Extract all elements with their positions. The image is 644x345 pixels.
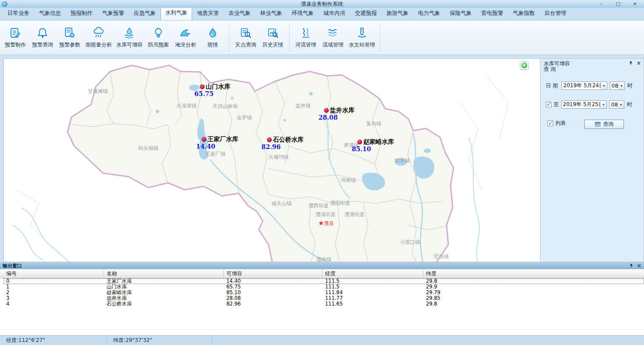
toolbar-separator: [229, 24, 229, 52]
map-zoom-button[interactable]: +: [520, 61, 529, 70]
column-header: 编号: [4, 269, 104, 278]
close-button[interactable]: ×: [632, 0, 638, 7]
table-cell: 29.85: [423, 295, 644, 301]
table-cell: 盐井水库: [104, 295, 224, 301]
reservoir-marker-icon[interactable]: [324, 108, 329, 113]
panel-close-icon[interactable]: ×: [637, 263, 641, 268]
table-cell: 82.96: [224, 301, 322, 307]
pin-icon[interactable]: [629, 61, 633, 65]
table-row[interactable]: 4石公桥水库82.96111.6529.8: [4, 301, 644, 307]
from-hour-select[interactable]: 08 ▼: [610, 82, 625, 90]
title-bar: 澧县业务制作系统 – □ ×: [0, 0, 644, 8]
icon-bulb: [152, 27, 165, 39]
table-cell: 28.08: [224, 295, 322, 301]
toolbar-button[interactable]: 灾点查询: [232, 25, 259, 50]
status-spacer: [212, 336, 644, 345]
toolbar-button[interactable]: 流域管理: [319, 25, 347, 50]
toolbar-button[interactable]: 防汛预案: [145, 25, 172, 50]
reservoir-marker-icon[interactable]: [200, 85, 205, 89]
icon-raindrop: [207, 27, 219, 39]
panel-title: 水库可增容 查 询: [544, 61, 570, 72]
table-cell: 85.10: [224, 290, 322, 295]
menu-item[interactable]: 地质灾害: [192, 7, 224, 20]
toolbar-button[interactable]: 水库可增容: [114, 25, 145, 50]
toolbar-button-label: 灾点查询: [235, 41, 256, 49]
status-bar: 经度:112°6'27" 纬度:29°37'32": [0, 335, 644, 345]
to-checkbox[interactable]: ✓: [546, 102, 551, 107]
to-hour-select[interactable]: 08 ▼: [609, 100, 624, 109]
table-cell: 山门水库: [104, 284, 224, 290]
table-row[interactable]: 0王家厂水库14.40111.529.8: [4, 278, 644, 284]
pin-icon[interactable]: [629, 263, 633, 268]
reservoir-query-panel: 水库可增容 查 询 × 日 期 2019年 5月24日 ▼ 08 ▼ 时: [540, 58, 644, 262]
reservoir-name: 盐井水库: [330, 107, 354, 114]
list-checkbox[interactable]: ✓: [547, 121, 553, 126]
menu-item[interactable]: 交通预报: [350, 7, 382, 20]
table-cell: 111.5: [322, 278, 423, 284]
reservoir-capacity-value: 28.08: [318, 114, 338, 121]
query-button[interactable]: 查询: [584, 120, 624, 129]
town-label: 甘溪滩镇: [88, 88, 108, 95]
town-label: 澧浦街道: [315, 211, 336, 218]
toolbar-button[interactable]: 雨情: [199, 25, 226, 50]
toolbar-button[interactable]: 淹没分析: [172, 25, 199, 50]
menu-item[interactable]: 农业气象: [224, 7, 255, 20]
empty-row-divider: [0, 329, 644, 330]
menu-item[interactable]: 环境气象: [287, 7, 318, 20]
menu-item[interactable]: 雷电预警: [476, 7, 508, 20]
hour-suffix: 时: [627, 82, 633, 89]
from-date-select[interactable]: 2019年 5月24日 ▼: [562, 82, 607, 90]
menu-item[interactable]: 林业气象: [255, 7, 287, 20]
table-cell: 111.77: [322, 295, 423, 301]
query-table-icon: [595, 121, 601, 127]
menu-item[interactable]: 城市内涝: [318, 7, 350, 20]
to-date-select[interactable]: 2019年 5月25日 ▼: [561, 100, 607, 109]
menu-item[interactable]: 应急气象: [129, 7, 161, 20]
table-cell: 1: [4, 284, 104, 290]
toolbar-button[interactable]: 预警查询: [29, 25, 56, 50]
menu-item[interactable]: 后台管理: [540, 7, 571, 20]
table-row[interactable]: 2赵家峪水库85.10111.8429.79: [4, 290, 644, 295]
menu-item[interactable]: 日常业务: [3, 7, 34, 20]
main-area: + 甘溪滩镇火连坡镇天供山林场金罗镇盐井镇复兴镇码头铺镇王家厂镇梦溪镇大堰垱镇如…: [0, 55, 644, 262]
toolbar-button[interactable]: 面雨量分析: [83, 25, 114, 50]
icon-cloud-rain: [93, 27, 105, 39]
chevron-down-icon: ▼: [601, 82, 607, 89]
menu-item[interactable]: 旅游气象: [382, 7, 413, 20]
menu-item[interactable]: 电力气象: [413, 7, 445, 20]
menu-item[interactable]: 保险气象: [445, 7, 476, 20]
reservoir-marker-icon[interactable]: [267, 138, 272, 142]
chevron-down-icon: ▼: [600, 101, 606, 108]
list-option-row: ✓ 列表: [540, 120, 566, 127]
reservoir-marker-icon[interactable]: [358, 140, 362, 145]
table-cell: 赵家峪水库: [104, 290, 224, 295]
toolbar-button[interactable]: 河流管理: [292, 25, 319, 50]
toolbar-button[interactable]: 预警制作: [2, 25, 29, 50]
menu-item[interactable]: 气象指数: [508, 7, 540, 20]
menu-item[interactable]: 水利气象: [161, 7, 192, 20]
menu-item[interactable]: 气象预警: [97, 7, 129, 20]
table-row[interactable]: 3盐井水库28.08111.7729.85: [4, 295, 644, 301]
maximize-button[interactable]: □: [615, 0, 621, 7]
menu-item[interactable]: 预报制作: [66, 7, 97, 20]
map-canvas[interactable]: + 甘溪滩镇火连坡镇天供山林场金罗镇盐井镇复兴镇码头铺镇王家厂镇梦溪镇大堰垱镇如…: [4, 58, 540, 262]
town-label: 澧西街道: [308, 203, 329, 209]
table-row[interactable]: 1山门水库65.75111.529.9: [4, 284, 644, 290]
window-title: 澧县业务制作系统: [301, 0, 343, 8]
toolbar-button-label: 水文站管理: [349, 41, 375, 49]
menu-bar: 日常业务气象信息预报制作气象预警应急气象水利气象地质灾害农业气象林业气象环境气象…: [0, 8, 644, 21]
town-label: 澧澹街道: [344, 211, 365, 218]
status-longitude: 经度:112°6'27": [0, 336, 107, 345]
toolbar-button-label: 淹没分析: [175, 41, 196, 49]
chevron-down-icon: ▼: [618, 82, 624, 89]
table-cell: 29.8: [423, 278, 644, 284]
menu-item[interactable]: 气象信息: [34, 7, 66, 20]
reservoir-name: 王家厂水库: [208, 135, 238, 143]
toolbar-button[interactable]: 历史灾情: [259, 25, 286, 50]
minimize-button[interactable]: –: [598, 0, 605, 7]
toolbar-button-label: 预警查询: [32, 41, 53, 49]
toolbar-button[interactable]: 水文站管理: [347, 25, 377, 50]
reservoir-marker-icon[interactable]: [202, 137, 207, 142]
panel-close-icon[interactable]: ×: [637, 60, 641, 66]
toolbar-button[interactable]: 预警参数: [56, 25, 83, 50]
